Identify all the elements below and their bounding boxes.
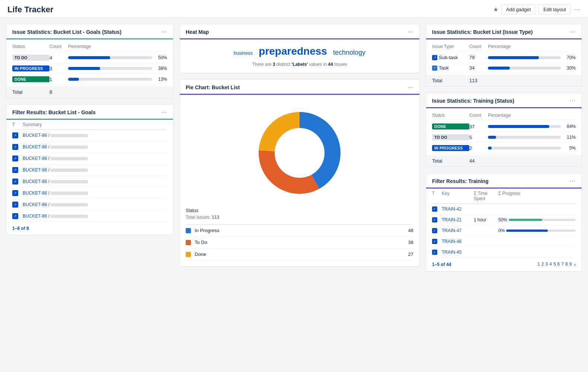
training-key[interactable]: TRAIN-45 bbox=[442, 250, 472, 255]
blurred-summary bbox=[51, 134, 88, 137]
table-row: DONE 37 84% bbox=[432, 121, 576, 132]
training-stats-header: Status Count Percentage bbox=[432, 111, 576, 120]
training-status-more[interactable]: ··· bbox=[570, 97, 576, 104]
legend-count: 38 bbox=[402, 240, 413, 245]
list-item: ↗ BUCKET-86 / bbox=[12, 164, 167, 176]
training-filter-table: T Key Σ Time Spent Σ Progress ✓ TRAIN-42… bbox=[426, 189, 582, 258]
list-item: ✓ TRAIN-45 bbox=[432, 247, 576, 258]
row-pct: 50% bbox=[152, 55, 167, 60]
training-total-row: Total 44 bbox=[426, 155, 582, 167]
header: Life Tracker ★ Add gadget Edit layout ··… bbox=[0, 0, 588, 18]
filter-key[interactable]: BUCKET-86 / bbox=[23, 144, 167, 150]
training-stats-rows: DONE 37 84% TO DO 5 11% IN PROGRESS 2 5% bbox=[432, 121, 576, 154]
filter-type-icon: ↗ bbox=[12, 202, 18, 208]
star-icon[interactable]: ★ bbox=[493, 6, 498, 13]
page-link[interactable]: 5 bbox=[553, 262, 556, 267]
page-link[interactable]: 8 bbox=[565, 262, 568, 267]
type-cell: ↗ Sub-task bbox=[432, 55, 469, 60]
training-pagination-label: 1–5 of 44 bbox=[432, 262, 451, 267]
training-key[interactable]: TRAIN-46 bbox=[442, 239, 472, 244]
heatmap-words: business preparedness technology bbox=[186, 45, 413, 57]
heatmap-header: Heat Map ··· bbox=[180, 24, 419, 39]
training-filter-more[interactable]: ··· bbox=[570, 178, 576, 185]
type-label: Sub-task bbox=[439, 55, 458, 60]
training-status-header: Issue Statistics: Training (Status) ··· bbox=[426, 93, 582, 108]
filter-key[interactable]: BUCKET-86 / bbox=[23, 167, 167, 173]
page-link[interactable]: 7 bbox=[561, 262, 564, 267]
progress-bar bbox=[488, 136, 561, 139]
header-actions: ★ Add gadget Edit layout ··· bbox=[493, 4, 581, 15]
issue-stats-goals-more[interactable]: ··· bbox=[161, 29, 167, 35]
type-icon: ↗ bbox=[432, 55, 437, 60]
filter-key[interactable]: BUCKET-86 / bbox=[23, 214, 167, 219]
filter-key[interactable]: BUCKET-86 / bbox=[23, 190, 167, 196]
pie-chart-header: Pie Chart: Bucket List ··· bbox=[180, 80, 419, 95]
training-filter-rows: ✓ TRAIN-42 ✓ TRAIN-21 1 hour 50% ✓ TRAIN… bbox=[432, 204, 576, 258]
column-1: Issue Statistics: Bucket List - Goals (S… bbox=[6, 24, 173, 365]
status-badge: TO DO bbox=[432, 134, 469, 140]
heatmap-card: Heat Map ··· business preparedness techn… bbox=[179, 24, 420, 73]
col-type: T bbox=[12, 122, 20, 127]
pie-segment bbox=[259, 150, 319, 194]
dashboard: Issue Statistics: Bucket List - Goals (S… bbox=[0, 18, 588, 371]
list-item: ↗ BUCKET-86 / bbox=[12, 141, 167, 153]
page-link[interactable]: 9 bbox=[569, 262, 572, 267]
goals-stats-rows: TO DO 4 50% IN PROGRESS 3 38% DONE 1 13% bbox=[12, 52, 167, 85]
pie-legend-row: In Progress 48 bbox=[186, 225, 413, 237]
pagination-next-arrow[interactable]: › bbox=[574, 262, 576, 267]
filter-goals-pagination: 1–8 of 8 bbox=[6, 222, 173, 235]
progress-fill bbox=[488, 67, 510, 70]
col-status: Status bbox=[12, 44, 49, 49]
heatmap-word-technology: technology bbox=[333, 49, 365, 57]
pie-legend-row: Done 27 bbox=[186, 248, 413, 260]
filter-key[interactable]: BUCKET-86 / bbox=[23, 179, 167, 184]
heatmap-more[interactable]: ··· bbox=[408, 29, 413, 35]
row-count: 4 bbox=[49, 55, 68, 61]
filter-type-icon: ↗ bbox=[12, 144, 18, 150]
table-row: ✓ Task 34 30% bbox=[432, 63, 576, 73]
page-link[interactable]: 2 bbox=[541, 262, 544, 267]
list-item: ↗ BUCKET-86 / bbox=[12, 187, 167, 199]
pie-chart-content: Status Total Issues: 113 In Progress 48 … bbox=[180, 95, 419, 266]
issue-stats-bucket-more[interactable]: ··· bbox=[570, 29, 576, 35]
legend-color bbox=[186, 240, 191, 245]
status-badge: DONE bbox=[12, 76, 49, 82]
total-count: 44 bbox=[469, 158, 488, 164]
edit-layout-button[interactable]: Edit layout bbox=[539, 4, 571, 15]
filter-type-icon: ↗ bbox=[12, 132, 18, 138]
heatmap-title: Heat Map bbox=[186, 29, 209, 35]
row-count: 5 bbox=[469, 135, 488, 140]
table-row: IN PROGRESS 3 38% bbox=[12, 63, 167, 74]
training-key[interactable]: TRAIN-42 bbox=[442, 206, 472, 212]
filter-key[interactable]: BUCKET-86 / bbox=[23, 202, 167, 207]
issue-stats-goals-title: Issue Statistics: Bucket List - Goals (S… bbox=[12, 29, 121, 35]
issue-stats-bucket-header: Issue Statistics: Bucket List (Issue Typ… bbox=[426, 24, 582, 39]
add-gadget-button[interactable]: Add gadget bbox=[501, 4, 536, 15]
more-options-icon[interactable]: ··· bbox=[574, 6, 581, 13]
type-cell: ✓ Task bbox=[432, 65, 469, 71]
filter-key[interactable]: BUCKET-86 / bbox=[23, 156, 167, 161]
legend-count: 48 bbox=[402, 228, 413, 233]
page-link[interactable]: 3 bbox=[546, 262, 548, 267]
pie-chart-card: Pie Chart: Bucket List ··· Status Total … bbox=[179, 79, 420, 267]
filter-type-icon: ↗ bbox=[12, 167, 18, 173]
training-key[interactable]: TRAIN-21 bbox=[442, 217, 472, 222]
list-item: ↗ BUCKET-86 / bbox=[12, 211, 167, 222]
legend-color bbox=[186, 252, 191, 257]
page-link[interactable]: 6 bbox=[557, 262, 560, 267]
total-label: Total bbox=[12, 89, 49, 95]
page-link[interactable]: 1 bbox=[537, 262, 540, 267]
row-pct: 84% bbox=[561, 124, 576, 129]
training-key[interactable]: TRAIN-47 bbox=[442, 228, 472, 233]
page-link[interactable]: 4 bbox=[549, 262, 552, 267]
list-item: ✓ TRAIN-47 0% bbox=[432, 225, 576, 236]
list-item: ↗ BUCKET-86 / bbox=[12, 153, 167, 164]
table-row: DONE 1 13% bbox=[12, 74, 167, 85]
progress-bar bbox=[68, 56, 152, 59]
progress-cell: 0% bbox=[498, 228, 576, 233]
pie-chart-more[interactable]: ··· bbox=[408, 84, 413, 91]
col-percentage: Percentage bbox=[488, 44, 576, 49]
goals-total-row: Total 8 bbox=[6, 86, 173, 98]
filter-goals-more[interactable]: ··· bbox=[161, 109, 167, 116]
filter-key[interactable]: BUCKET-86 / bbox=[23, 133, 167, 138]
